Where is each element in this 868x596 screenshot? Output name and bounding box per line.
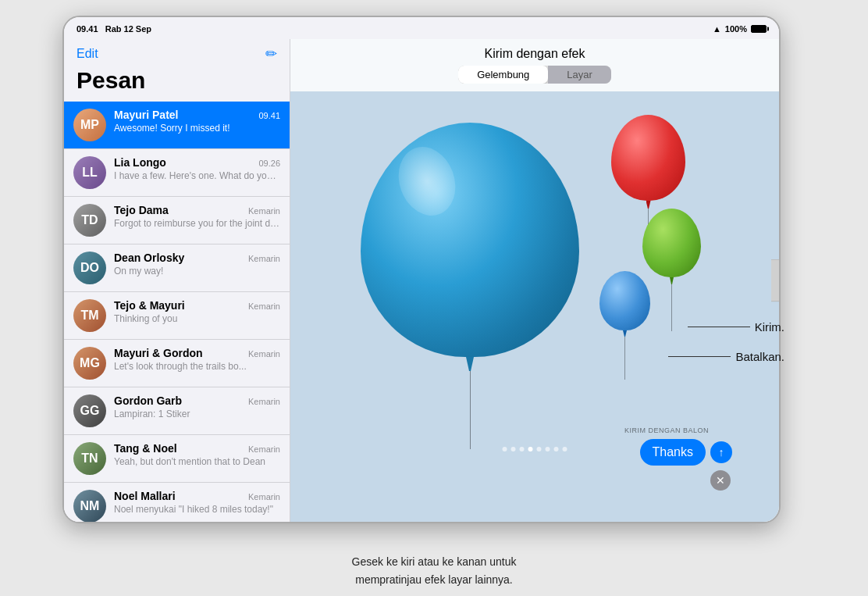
msg-preview-noel-mallari: Noel menyukai "I hiked 8 miles today!" (114, 504, 280, 516)
avatar-tejo-mayuri: TM (73, 299, 106, 332)
avatar-gordon-garb: GG (73, 394, 106, 427)
msg-time-tejo-dama: Kemarin (248, 206, 280, 216)
status-right: ▲ 100% (713, 24, 767, 34)
msg-preview-lia-longo: I have a few. Here's one. What do you th… (114, 170, 280, 183)
msg-name-tejo-mayuri: Tejo & Mayuri (114, 299, 185, 312)
page-indicator (503, 447, 567, 451)
cancel-button[interactable]: ✕ (710, 470, 731, 491)
batalkan-line (668, 356, 731, 357)
message-item-mayuri-patel[interactable]: MPMayuri Patel09.41Awesome! Sorry I miss… (64, 102, 290, 149)
message-item-mayuri-gordon[interactable]: MGMayuri & GordonKemarinLet's look throu… (64, 340, 290, 387)
msg-preview-mayuri-gordon: Let's look through the trails bo... (114, 361, 280, 373)
caption-area: Gesek ke kiri atau ke kanan untuk mempra… (352, 553, 517, 588)
msg-time-mayuri-gordon: Kemarin (248, 349, 280, 359)
msg-time-lia-longo: 09.26 (258, 159, 280, 168)
avatar-dean-orlosky: DO (73, 252, 106, 284)
tab-gelembung[interactable]: Gelembung (458, 66, 548, 84)
batalkan-label: Batalkan. (735, 350, 784, 363)
message-item-tang-noel[interactable]: TNTang & NoelKemarinYeah, but don't ment… (64, 435, 290, 483)
msg-name-noel-mallari: Noel Mallari (114, 490, 176, 502)
compose-button[interactable]: ✏ (265, 45, 277, 62)
balloon-area: KIRIM DENGAN BALON Thanks ↑ ✕ (290, 91, 779, 522)
message-bubble-area: KIRIM DENGAN BALON Thanks ↑ ✕ (624, 426, 732, 491)
tab-layar[interactable]: Layar (548, 66, 611, 84)
sidebar-header: Edit ✏ (64, 39, 290, 67)
ipad-frame: 09.41 Rab 12 Sep ▲ 100% Edit ✏ (62, 16, 781, 523)
msg-name-tejo-dama: Tejo Dama (114, 204, 169, 216)
ipad-frame-wrapper: 09.41 Rab 12 Sep ▲ 100% Edit ✏ (62, 16, 781, 523)
msg-preview-dean-orlosky: On my way! (114, 266, 280, 278)
msg-time-noel-mallari: Kemarin (248, 492, 280, 501)
caption-line1: Gesek ke kiri atau ke kanan untuk (352, 553, 517, 570)
battery-percent: 100% (725, 24, 747, 34)
avatar-tejo-dama: TD (73, 204, 106, 237)
caption-line2: mempratinjau efek layar lainnya. (352, 571, 517, 588)
main-content: Edit ✏ Pesan MPMayuri Patel09.41Awesome!… (64, 39, 779, 522)
kirim-label: Kirim. (755, 320, 784, 334)
msg-name-lia-longo: Lia Longo (114, 156, 166, 169)
edit-button[interactable]: Edit (76, 47, 98, 61)
sidebar: Edit ✏ Pesan MPMayuri Patel09.41Awesome!… (64, 39, 290, 522)
status-time: 09.41 (76, 24, 98, 34)
message-item-tejo-mayuri[interactable]: TMTejo & MayuriKemarinThinking of you (64, 292, 290, 340)
balloon-small-blue (599, 271, 650, 380)
dot-7 (554, 447, 559, 451)
status-bar: 09.41 Rab 12 Sep ▲ 100% (64, 17, 779, 39)
dot-1 (503, 447, 507, 451)
avatar-tang-noel: TN (73, 442, 106, 475)
msg-preview-tang-noel: Yeah, but don't mention that to Dean (114, 456, 280, 469)
avatar-mayuri-patel: MP (73, 109, 106, 141)
msg-name-tang-noel: Tang & Noel (114, 442, 177, 455)
msg-time-tejo-mayuri: Kemarin (248, 302, 280, 311)
message-item-gordon-garb[interactable]: GGGordon GarbKemarinLampiran: 1 Stiker (64, 387, 290, 435)
message-item-lia-longo[interactable]: LLLia Longo09.26I have a few. Here's one… (64, 149, 290, 197)
dot-6 (546, 447, 550, 451)
dot-3 (520, 447, 525, 451)
msg-time-mayuri-patel: 09.41 (258, 111, 280, 120)
effect-title: Kirim dengan efek (485, 47, 585, 61)
kirim-line (688, 327, 750, 327)
effect-tabs: Gelembung Layar (458, 66, 611, 84)
annotation-kirim: Kirim. (688, 320, 784, 334)
effect-header: Kirim dengan efek Gelembung Layar (290, 39, 779, 91)
wifi-icon: ▲ (713, 24, 721, 34)
message-item-dean-orlosky[interactable]: DODean OrloskyKemarinOn my way! (64, 244, 290, 292)
annotation-batalkan: Batalkan. (668, 350, 784, 363)
avatar-noel-mallari: NM (73, 490, 106, 522)
dot-5 (537, 447, 542, 451)
right-panel: Kirim dengan efek Gelembung Layar (290, 39, 779, 522)
kirim-dengan-balon-label: KIRIM DENGAN BALON (624, 426, 709, 434)
balloon-main-blue (361, 123, 579, 388)
msg-name-mayuri-patel: Mayuri Patel (114, 109, 178, 121)
sidebar-title: Pesan (64, 67, 290, 102)
msg-time-tang-noel: Kemarin (248, 444, 280, 454)
thanks-bubble: Thanks (640, 439, 706, 466)
msg-preview-gordon-garb: Lampiran: 1 Stiker (114, 409, 280, 421)
side-button[interactable] (771, 259, 779, 302)
message-item-noel-mallari[interactable]: NMNoel MallariKemarinNoel menyukai "I hi… (64, 483, 290, 522)
dot-8 (563, 447, 567, 451)
status-date: Rab 12 Sep (105, 24, 151, 34)
msg-preview-tejo-mayuri: Thinking of you (114, 313, 280, 326)
status-time-date: 09.41 Rab 12 Sep (76, 24, 151, 34)
msg-time-dean-orlosky: Kemarin (248, 254, 280, 263)
dot-4 (528, 447, 533, 451)
msg-preview-tejo-dama: Forgot to reimburse you for the joint do… (114, 218, 280, 230)
dot-2 (511, 447, 516, 451)
battery-icon (751, 25, 767, 33)
message-list: MPMayuri Patel09.41Awesome! Sorry I miss… (64, 102, 290, 522)
msg-name-gordon-garb: Gordon Garb (114, 394, 182, 407)
message-item-tejo-dama[interactable]: TDTejo DamaKemarinForgot to reimburse yo… (64, 197, 290, 244)
msg-time-gordon-garb: Kemarin (248, 397, 280, 406)
avatar-lia-longo: LL (73, 156, 106, 189)
msg-preview-mayuri-patel: Awesome! Sorry I missed it! (114, 123, 280, 135)
msg-name-dean-orlosky: Dean Orlosky (114, 252, 184, 264)
avatar-mayuri-gordon: MG (73, 347, 106, 380)
bubble-row: Thanks ↑ (640, 439, 732, 466)
page-layout: 09.41 Rab 12 Sep ▲ 100% Edit ✏ (0, 0, 868, 596)
balloon-green (642, 209, 701, 331)
msg-name-mayuri-gordon: Mayuri & Gordon (114, 347, 203, 359)
send-button[interactable]: ↑ (710, 441, 732, 463)
